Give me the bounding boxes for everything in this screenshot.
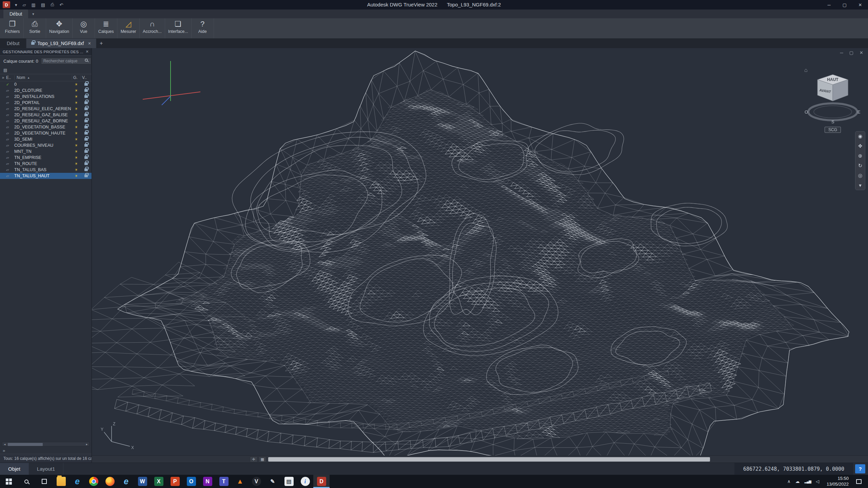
column-status[interactable]: E.. <box>6 75 14 80</box>
layer-status-icon[interactable]: ▱ <box>6 119 14 123</box>
layer-row-3D_SEMI[interactable]: ▱ 3D_SEMI ☀ <box>0 136 92 142</box>
layer-freeze-icon[interactable]: ☀ <box>72 125 81 129</box>
taskbar-app-file-explorer[interactable] <box>53 475 69 488</box>
layer-lock-icon[interactable] <box>81 144 92 147</box>
layer-status-icon[interactable]: ▱ <box>6 143 14 148</box>
layer-row-COURBES_NIVEAU[interactable]: ▱ COURBES_NIVEAU ☀ <box>0 142 92 148</box>
layer-freeze-icon[interactable]: ☀ <box>72 143 81 148</box>
window-control-minimize-icon[interactable]: ─ <box>821 0 837 9</box>
layer-status-icon[interactable]: ▱ <box>6 137 14 142</box>
doc-control-doc-restore-icon[interactable]: ▢ <box>849 50 853 55</box>
layer-lock-icon[interactable] <box>81 168 92 171</box>
layer-row-TN_TALUS_HAUT[interactable]: ▱ TN_TALUS_HAUT ☀ <box>0 173 92 179</box>
layer-lock-icon[interactable] <box>81 120 92 122</box>
window-control-close-icon[interactable]: ✕ <box>852 0 868 9</box>
doc-control-doc-minimize-icon[interactable]: ─ <box>840 50 843 55</box>
layer-filter-icon[interactable]: ▤ <box>3 68 7 73</box>
layer-status-icon[interactable]: ▱ <box>6 125 14 129</box>
taskbar-app-edge[interactable]: e <box>69 475 85 488</box>
compass-east-label[interactable]: E <box>857 109 861 115</box>
navbar-item-zoom-icon[interactable]: ⊕ <box>858 153 863 158</box>
ribbon-button[interactable]: ≣ Calques <box>95 18 117 38</box>
layer-row-2D_CLOTURE[interactable]: ▱ 2D_CLOTURE ☀ <box>0 87 92 94</box>
ribbon-tab-debut[interactable]: Début <box>3 9 28 18</box>
layer-status-icon[interactable]: ▱ <box>6 162 14 166</box>
layer-freeze-icon[interactable]: ☀ <box>72 156 81 160</box>
help-button[interactable]: ? <box>855 464 865 473</box>
layer-row-TN_EMPRISE[interactable]: ▱ TN_EMPRISE ☀ <box>0 155 92 161</box>
tray-onedrive-icon[interactable]: ☁ <box>795 479 800 484</box>
scroll-right-icon[interactable]: ▸ <box>84 443 89 446</box>
ribbon-button[interactable]: ⎙ Sortie <box>24 18 46 38</box>
layer-lock-icon[interactable] <box>81 138 92 141</box>
taskbar-app-excel[interactable]: X <box>151 475 167 488</box>
quick-access-new-icon[interactable]: ▱ <box>23 2 26 7</box>
ribbon-button[interactable]: ✥ Navigation <box>46 18 73 38</box>
taskbar-app-info[interactable]: i <box>297 475 313 488</box>
layer-freeze-icon[interactable]: ☀ <box>72 119 81 123</box>
window-control-maximize-icon[interactable]: ▢ <box>837 0 852 9</box>
quick-access-undo-icon[interactable]: ↶ <box>60 2 63 7</box>
taskbar-app-onenote[interactable]: N <box>199 475 216 488</box>
new-tab-button[interactable]: + <box>96 39 106 48</box>
scrollbar-thumb[interactable] <box>8 443 43 446</box>
vps-snap-icon[interactable]: ✛ <box>250 456 257 462</box>
navbar-item-look-icon[interactable]: ◎ <box>858 173 862 178</box>
layer-status-icon[interactable]: ▱ <box>6 101 14 105</box>
layer-lock-icon[interactable] <box>81 162 92 165</box>
layer-row-2D_PORTAIL[interactable]: ▱ 2D_PORTAIL ☀ <box>0 100 92 106</box>
taskbar-app-teams[interactable]: T <box>216 475 232 488</box>
layer-lock-icon[interactable] <box>81 126 92 128</box>
layer-lock-icon[interactable] <box>81 101 92 104</box>
taskbar-app-ie[interactable]: e <box>118 475 134 488</box>
layer-status-icon[interactable]: ▱ <box>6 156 14 160</box>
home-icon[interactable]: ⌂ <box>804 67 808 73</box>
layer-status-icon[interactable]: ▱ <box>6 113 14 117</box>
layer-freeze-icon[interactable]: ☀ <box>72 88 81 93</box>
expand-panel-icon[interactable]: » <box>3 448 5 453</box>
scrollbar-track[interactable] <box>7 442 84 446</box>
tray-expand-icon[interactable]: ∧ <box>787 479 791 484</box>
layer-freeze-icon[interactable]: ☀ <box>72 162 81 166</box>
layer-row-TN_ROUTE[interactable]: ▱ TN_ROUTE ☀ <box>0 161 92 167</box>
ribbon-options-caret-icon[interactable]: ▾ <box>32 9 34 18</box>
layer-freeze-icon[interactable]: ☀ <box>72 101 81 105</box>
taskbar-app-notes[interactable]: ▤ <box>281 475 297 488</box>
layer-lock-icon[interactable] <box>81 132 92 135</box>
scroll-left-icon[interactable]: ◂ <box>2 443 7 446</box>
layer-row-2D_VEGETATION_BASSE[interactable]: ▱ 2D_VEGETATION_BASSE ☀ <box>0 124 92 130</box>
layer-status-icon[interactable]: ▱ <box>6 174 14 178</box>
navbar-item-orbit-icon[interactable]: ↻ <box>858 163 863 168</box>
navbar-item-steering-wheel-icon[interactable]: ◉ <box>858 134 862 139</box>
layer-row-2D_INSTALLATIONS[interactable]: ▱ 2D_INSTALLATIONS ☀ <box>0 94 92 100</box>
taskbar-app-paint[interactable]: ✎ <box>264 475 281 488</box>
panel-close-icon[interactable]: ✕ <box>86 49 89 54</box>
app-logo[interactable]: D <box>3 1 10 8</box>
layer-freeze-icon[interactable]: ☀ <box>72 107 81 111</box>
layer-row-TN_TALUS_BAS[interactable]: ▱ TN_TALUS_BAS ☀ <box>0 167 92 173</box>
doc-control-doc-close-icon[interactable]: ✕ <box>860 50 863 55</box>
vps-grid-icon[interactable]: ▦ <box>259 456 266 462</box>
ribbon-button[interactable]: ◿ Mesurer <box>117 18 140 38</box>
taskbar-app-powerpoint[interactable]: P <box>167 475 183 488</box>
task-view-icon[interactable] <box>35 475 53 488</box>
navbar-item-navbar-more-icon[interactable]: ▾ <box>859 183 862 188</box>
layer-row-2D_RESEAU_ELEC_AERIEN[interactable]: ▱ 2D_RESEAU_ELEC_AERIEN ☀ <box>0 106 92 112</box>
column-name[interactable]: Nom ▲ <box>14 75 72 80</box>
ribbon-button[interactable]: ❐ Fichiers <box>1 18 24 38</box>
layer-status-icon[interactable]: ▱ <box>6 149 14 154</box>
layer-lock-icon[interactable] <box>81 89 92 92</box>
layer-lock-icon[interactable] <box>81 114 92 116</box>
scg-button[interactable]: SCG <box>825 127 841 133</box>
layer-freeze-icon[interactable]: ☀ <box>72 137 81 142</box>
taskbar-app-outlook[interactable]: O <box>183 475 199 488</box>
layer-lock-icon[interactable] <box>81 150 92 153</box>
ribbon-button[interactable]: ❏ Interface... <box>165 18 192 38</box>
layer-row-MNT_TN[interactable]: ▱ MNT_TN ☀ <box>0 148 92 155</box>
layer-row-2D_RESEAU_GAZ_BORNE[interactable]: ▱ 2D_RESEAU_GAZ_BORNE ☀ <box>0 118 92 124</box>
layer-lock-icon[interactable] <box>81 107 92 110</box>
layer-search-box[interactable] <box>41 58 91 64</box>
ribbon-button[interactable]: ∩ Accroch... <box>140 18 165 38</box>
layer-lock-icon[interactable] <box>81 83 92 86</box>
navbar-item-pan-icon[interactable]: ✥ <box>858 143 863 148</box>
